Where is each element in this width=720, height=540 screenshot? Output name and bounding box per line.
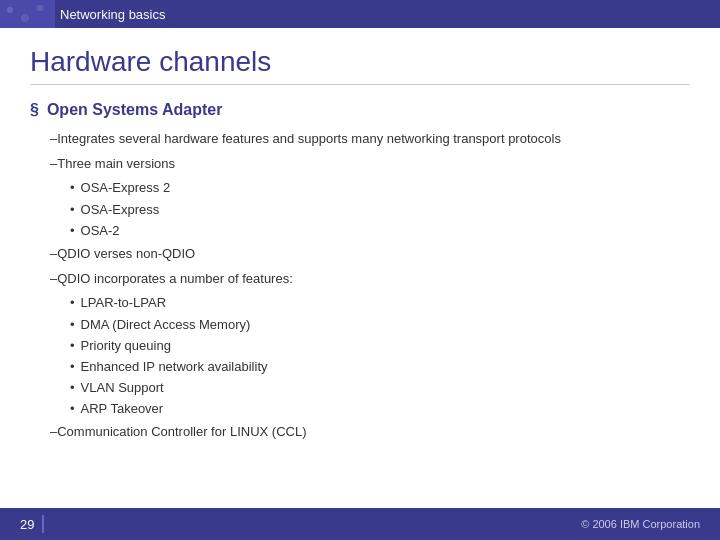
section-heading: Open Systems Adapter bbox=[30, 101, 690, 119]
dash-item-1: –Integrates several hardware features an… bbox=[30, 129, 690, 148]
list-item: DMA (Direct Access Memory) bbox=[70, 316, 690, 334]
header-title: Networking basics bbox=[60, 7, 166, 22]
main-content: Hardware channels Open Systems Adapter –… bbox=[0, 28, 720, 458]
footer-left: 29 bbox=[20, 515, 44, 533]
list-item: VLAN Support bbox=[70, 379, 690, 397]
dash-item-2: –Three main versions bbox=[30, 154, 690, 173]
list-item: OSA-Express bbox=[70, 201, 690, 219]
list-item: OSA-Express 2 bbox=[70, 179, 690, 197]
dash-item-4: –QDIO incorporates a number of features: bbox=[30, 269, 690, 288]
footer-copyright: © 2006 IBM Corporation bbox=[581, 518, 700, 530]
list-item: Priority queuing bbox=[70, 337, 690, 355]
list-item: ARP Takeover bbox=[70, 400, 690, 418]
footer: 29 © 2006 IBM Corporation bbox=[0, 508, 720, 540]
page-number: 29 bbox=[20, 517, 34, 532]
features-list: LPAR-to-LPAR DMA (Direct Access Memory) … bbox=[30, 294, 690, 418]
page-title: Hardware channels bbox=[30, 46, 690, 85]
list-item: LPAR-to-LPAR bbox=[70, 294, 690, 312]
header-bar: Networking basics bbox=[0, 0, 720, 28]
list-item: Enhanced IP network availability bbox=[70, 358, 690, 376]
dash-item-3: –QDIO verses non-QDIO bbox=[30, 244, 690, 263]
dash-item-5: –Communication Controller for LINUX (CCL… bbox=[30, 422, 690, 441]
versions-list: OSA-Express 2 OSA-Express OSA-2 bbox=[30, 179, 690, 240]
footer-divider bbox=[42, 515, 44, 533]
list-item: OSA-2 bbox=[70, 222, 690, 240]
